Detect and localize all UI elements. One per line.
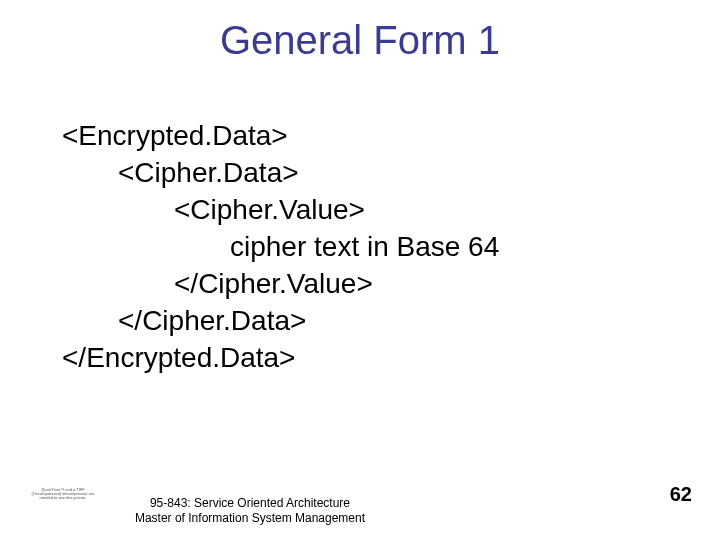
slide-body: <Encrypted.Data> <Cipher.Data> <Cipher.V… [62, 118, 680, 377]
footer-course: 95-843: Service Oriented Architecture [120, 496, 380, 511]
code-line: </Cipher.Value> [62, 266, 680, 303]
code-line: <Cipher.Value> [62, 192, 680, 229]
footer-dept: Master of Information System Management [120, 511, 380, 526]
code-line: <Cipher.Data> [62, 155, 680, 192]
slide: General Form 1 <Encrypted.Data> <Cipher.… [0, 0, 720, 540]
footer-text: 95-843: Service Oriented Architecture Ma… [120, 496, 380, 526]
slide-title: General Form 1 [0, 18, 720, 63]
code-line: </Encrypted.Data> [62, 340, 680, 377]
page-number: 62 [670, 483, 692, 506]
code-line: <Encrypted.Data> [62, 118, 680, 155]
code-line: cipher text in Base 64 [62, 229, 680, 266]
placeholder-text: QuickTime™ and a TIFF (Uncompressed) dec… [28, 488, 98, 500]
code-line: </Cipher.Data> [62, 303, 680, 340]
placeholder-thumb: QuickTime™ and a TIFF (Uncompressed) dec… [28, 488, 98, 500]
